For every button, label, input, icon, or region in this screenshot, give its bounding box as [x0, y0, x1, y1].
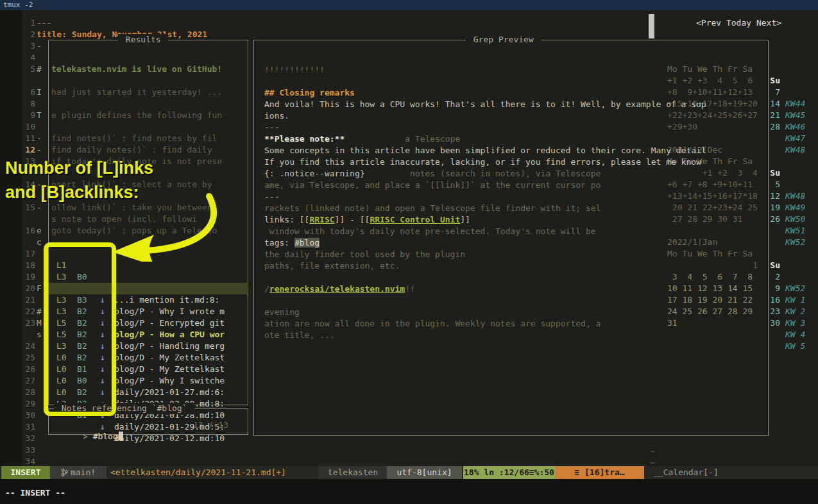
- calendar-week-number: KW46: [785, 121, 805, 133]
- calendar-sunday[interactable]: 30: [770, 317, 780, 329]
- cursor-position-segment: 18% ln :12/66≡%:50: [463, 466, 555, 479]
- preview-text-segment: the daily finder tool used by the plugin: [264, 249, 465, 259]
- preview-text-segment: ions.: [264, 111, 289, 121]
- line-number: 32: [20, 433, 35, 444]
- preview-text-segment: #blog: [294, 238, 320, 248]
- preview-text-segment: tags:: [264, 238, 294, 248]
- grep-preview-title: Grep Preview: [466, 34, 541, 46]
- calendar-sunday[interactable]: 28: [770, 121, 780, 133]
- preview-text-segment: ---: [264, 122, 279, 132]
- preview-text-segment: ation are now all done in the plugin. We…: [264, 319, 601, 328]
- calendar-week-number: KW 3: [785, 317, 805, 329]
- calendar-sunday[interactable]: 26: [770, 214, 780, 225]
- preview-text-segment: renerocksai/telekasten.nvim: [269, 284, 405, 294]
- calendar-prev-button[interactable]: <Prev: [696, 18, 726, 28]
- preview-text-segment: And voila! This is how a CPU works! That…: [264, 99, 706, 109]
- search-prompt-input[interactable]: > #blog 13 / 13: [53, 419, 244, 431]
- preview-text-segment: !!: [405, 284, 415, 294]
- calendar-next-button[interactable]: Next>: [756, 18, 781, 28]
- preview-line: evening: [264, 307, 300, 318]
- result-count: 13 / 13: [193, 419, 228, 431]
- text-cursor: [119, 432, 123, 441]
- preview-text-segment: !!!!!!!!!!!!: [264, 65, 325, 74]
- preview-line: tags: #blog: [264, 237, 320, 249]
- calendar-today-button[interactable]: Today: [726, 18, 756, 28]
- preview-line: If you find this article inaccurate, lac…: [264, 156, 701, 168]
- preview-line: ation are now all done in the plugin. We…: [264, 318, 601, 330]
- git-branch-icon: [61, 468, 68, 476]
- preview-line: rackets (linked note) and open a Telesco…: [264, 203, 601, 214]
- preview-text-segment: {: .notice--warning}: [264, 169, 365, 178]
- calendar-nav: <Prev Today Next>: [696, 17, 781, 29]
- git-branch-segment: main!: [50, 466, 107, 479]
- preview-text-segment: ---: [264, 192, 279, 201]
- preview-line: paths, file extension, etc.: [264, 260, 400, 272]
- preview-line: ## Closing remarks: [264, 87, 355, 99]
- preview-text-segment: ]]: [460, 215, 470, 224]
- preview-text-segment: ## Closing remarks: [264, 88, 355, 97]
- buffer-line: -: [37, 40, 42, 52]
- filetype-segment: telekasten: [319, 466, 387, 479]
- obscured-buffer-line: telekasten.nvim is live on GitHub!: [51, 63, 222, 75]
- line-number: 26: [20, 364, 35, 375]
- preview-line: links: [[RRISC]] - [[RRISC Control Unit]…: [264, 214, 470, 226]
- line-number: 33: [20, 444, 35, 456]
- preview-line: {: .notice--warning} notes (search in no…: [264, 168, 601, 180]
- prompt-prefix: >: [83, 432, 93, 441]
- preview-line: ions.: [264, 110, 289, 122]
- tmux-title: tmux -2: [3, 1, 33, 9]
- preview-line: the daily finder tool used by the plugin: [264, 249, 465, 260]
- obscured-buffer-line: e plugin defines the following fun: [51, 110, 222, 121]
- annotation-highlight-box: [44, 242, 116, 416]
- preview-text-segment: window with today's daily note pre-selec…: [264, 226, 596, 236]
- preview-text-segment: Some concepts in this article have been …: [264, 146, 706, 155]
- command-line-area: [0, 479, 818, 504]
- line-number: 29: [20, 398, 35, 410]
- line-number: 1: [20, 17, 35, 29]
- preview-text-segment: ame, via Telescope, and place a `[[link]…: [264, 180, 601, 190]
- preview-text-segment: links: [[: [264, 215, 309, 224]
- terminal-screen: tmux -2 1 2 3 4 5 6 8 9 10 11 12 13 14 1…: [0, 0, 818, 504]
- preview-text-segment: RRISC Control Unit: [370, 215, 460, 224]
- preview-line: **Please note:** a Telescope: [264, 133, 460, 145]
- buffer-line-edge: M: [37, 317, 42, 329]
- preview-line: ote title, ...: [264, 330, 335, 341]
- obscured-buffer-line: had just started it yesterday! ...: [51, 87, 222, 98]
- calendar-window-status: __Calendar[-]: [653, 466, 719, 479]
- preview-text-segment: a Telescope: [345, 134, 460, 144]
- preview-text-segment: rackets (linked note) and open a Telesco…: [264, 203, 601, 213]
- line-number: 25: [20, 352, 35, 364]
- git-branch-name: main!: [71, 467, 96, 477]
- preview-text-segment: RRISC: [309, 215, 334, 224]
- preview-text-segment: If you find this article inaccurate, lac…: [264, 157, 701, 167]
- encoding-segment: utf-8[unix]: [387, 466, 462, 479]
- preview-text-segment: evening: [264, 307, 300, 317]
- buffer-line-edge: s: [37, 329, 42, 340]
- calendar-week-number: KW 4: [785, 329, 805, 340]
- line-number: 3: [20, 40, 35, 52]
- preview-text-segment: ]] - [[: [335, 215, 370, 224]
- line-number: 28: [20, 387, 35, 398]
- preview-line: Some concepts in this article have been …: [264, 145, 706, 156]
- preview-text-segment: paths, file extension, etc.: [264, 261, 400, 271]
- preview-text-segment: ote title, ...: [264, 330, 335, 340]
- annotation-text-line1: Number of [L]inks: [5, 158, 153, 178]
- preview-line: !!!!!!!!!!!!: [264, 64, 325, 76]
- prompt-value: #blog: [93, 432, 118, 441]
- window-separator-highlight: [649, 14, 654, 38]
- results-float-title: Results: [118, 34, 168, 46]
- preview-line: ---: [264, 191, 279, 203]
- preview-line: window with today's daily note pre-selec…: [264, 226, 596, 237]
- calendar-week-number: KW50: [785, 214, 805, 225]
- mode-indicator: INSERT: [1, 466, 50, 479]
- preview-text-segment: **Please note:**: [264, 134, 345, 144]
- empty-line-tilde: ~: [650, 446, 655, 457]
- preview-text-segment: /: [264, 284, 269, 294]
- line-number: 31: [20, 421, 35, 433]
- buffer-line: ---: [37, 17, 51, 29]
- preview-line: ---: [264, 122, 279, 133]
- preview-line: ame, via Telescope, and place a `[[link]…: [264, 180, 601, 191]
- buffer-count-segment: ≡ [16]tra…: [555, 466, 644, 479]
- insert-mode-message: -- INSERT --: [5, 487, 65, 499]
- tmux-titlebar: tmux -2: [0, 0, 818, 10]
